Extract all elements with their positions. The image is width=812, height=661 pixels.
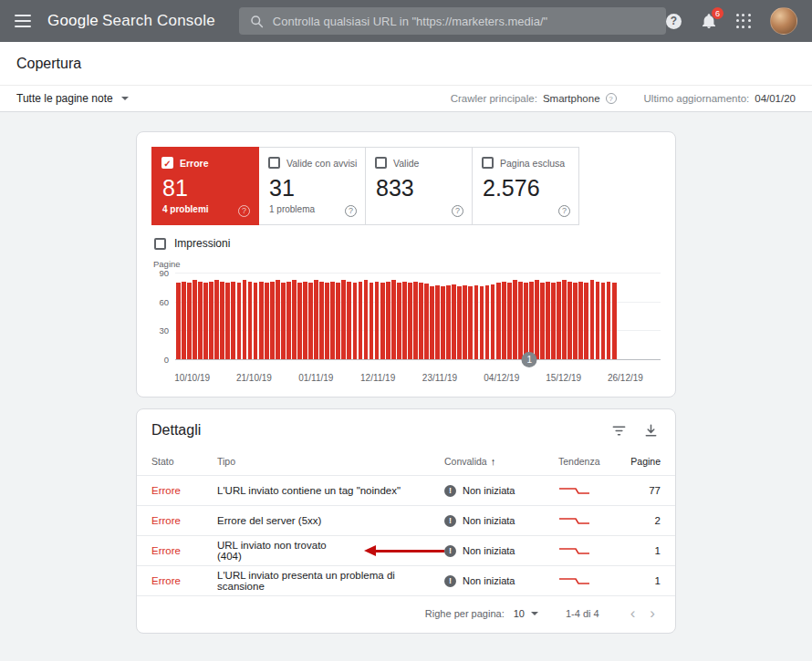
chart-bar[interactable] <box>319 282 324 360</box>
help-icon[interactable]: ? <box>238 205 250 217</box>
chart-bar[interactable] <box>203 283 208 359</box>
chart-bar[interactable] <box>529 282 534 360</box>
summary-tab[interactable]: Errore 81 4 problemi ? <box>151 147 259 225</box>
col-header-stato[interactable]: Stato <box>151 456 217 467</box>
chart-bar[interactable] <box>540 283 545 359</box>
chart-bar[interactable] <box>474 285 479 359</box>
chart-bar[interactable] <box>237 283 242 359</box>
chart-bar[interactable] <box>386 282 390 360</box>
chart-bar[interactable] <box>353 283 358 359</box>
chart-bar[interactable] <box>214 280 219 359</box>
chart-bar[interactable] <box>314 280 318 359</box>
avatar[interactable] <box>770 7 797 35</box>
chart-bar[interactable] <box>243 280 247 359</box>
chart-bar[interactable] <box>209 282 213 360</box>
chart-bar[interactable] <box>596 282 600 360</box>
excluded-checkbox[interactable] <box>482 157 494 169</box>
chart-bar[interactable] <box>507 283 512 359</box>
chart-bar[interactable] <box>607 282 611 360</box>
chart-bar[interactable] <box>286 282 291 360</box>
chart-bar[interactable] <box>370 283 374 359</box>
menu-icon[interactable] <box>15 15 31 27</box>
chart-bar[interactable] <box>402 282 407 360</box>
apps-grid-icon[interactable] <box>736 14 751 28</box>
chart-bar[interactable] <box>308 283 313 359</box>
col-header-pagine[interactable]: Pagine <box>613 456 661 467</box>
table-row[interactable]: Errore Errore del server (5xx) ! Non ini… <box>137 505 675 535</box>
chart-bar[interactable] <box>551 283 556 359</box>
chart-bar[interactable] <box>413 282 418 360</box>
chart-bar[interactable] <box>330 282 335 360</box>
chart-bar[interactable] <box>573 283 578 359</box>
pages-filter-dropdown[interactable]: Tutte le pagine note <box>16 92 129 105</box>
chart-bar[interactable] <box>496 283 501 359</box>
chart-bar[interactable] <box>182 282 186 360</box>
help-icon[interactable]: ? <box>452 205 463 217</box>
valid-checkbox[interactable] <box>375 157 387 169</box>
chart-bar[interactable] <box>485 285 490 359</box>
chart-bar[interactable] <box>430 286 434 359</box>
chart-bar[interactable] <box>601 283 606 359</box>
chart-bar[interactable] <box>424 284 429 359</box>
chart-bar[interactable] <box>176 283 181 359</box>
chart-bar[interactable] <box>220 282 224 360</box>
notifications-button[interactable]: 6 <box>701 13 717 29</box>
chart-bar[interactable] <box>276 280 280 359</box>
chart-bar[interactable] <box>325 283 329 359</box>
rows-per-page-select[interactable]: 10 <box>514 608 538 619</box>
chart-bar[interactable] <box>546 282 550 360</box>
chart-bar[interactable] <box>391 280 396 359</box>
next-page-icon[interactable]: › <box>642 605 662 621</box>
chart-bar[interactable] <box>441 286 445 359</box>
crawler-help-icon[interactable]: ? <box>606 93 617 104</box>
filter-icon[interactable] <box>611 423 627 439</box>
help-icon[interactable]: ? <box>666 14 682 29</box>
impressions-toggle[interactable]: Impressioni <box>154 237 661 250</box>
chart-bar[interactable] <box>297 283 302 359</box>
chart-bar[interactable] <box>270 282 275 360</box>
impressions-checkbox[interactable] <box>154 238 166 250</box>
chart-bar[interactable] <box>446 285 451 359</box>
chart-bar[interactable] <box>193 280 197 359</box>
chart-bar[interactable] <box>225 283 230 359</box>
chart-bar[interactable] <box>468 286 473 359</box>
chart-bar[interactable] <box>502 282 506 360</box>
search-input[interactable] <box>273 15 655 28</box>
chart-bar[interactable] <box>198 282 203 360</box>
chart-bar[interactable] <box>375 282 380 360</box>
chart-bar[interactable] <box>612 283 617 359</box>
summary-tab[interactable]: Valide con avvisi 31 1 problema ? <box>258 147 366 225</box>
col-header-convalida[interactable]: Convalida ↑ <box>444 456 558 467</box>
chart-bar[interactable] <box>535 280 539 359</box>
chart-bar[interactable] <box>292 280 297 359</box>
help-icon[interactable]: ? <box>345 205 357 217</box>
chart-bar[interactable] <box>254 283 258 359</box>
errors-checkbox[interactable] <box>161 157 173 169</box>
col-header-tipo[interactable]: Tipo <box>217 456 444 467</box>
chart-bar[interactable] <box>303 282 307 360</box>
chart-bar[interactable] <box>562 280 567 359</box>
chart-bar[interactable] <box>524 283 528 359</box>
chart-bar[interactable] <box>347 282 351 360</box>
chart-bar[interactable] <box>584 283 588 359</box>
chart-bar[interactable] <box>463 285 467 359</box>
chart-bar[interactable] <box>408 283 412 359</box>
chart-bar[interactable] <box>578 282 583 360</box>
chart-bar[interactable] <box>336 283 340 359</box>
chart-marker[interactable]: 1 <box>522 352 537 367</box>
chart-bar[interactable] <box>435 285 440 359</box>
chart-bar[interactable] <box>187 283 192 359</box>
chart-bar[interactable] <box>590 280 595 359</box>
help-icon[interactable]: ? <box>558 205 570 217</box>
chart-bar[interactable] <box>359 282 363 360</box>
chart-bar[interactable] <box>380 283 385 359</box>
table-row[interactable]: Errore L'URL inviato presenta un problem… <box>137 565 675 595</box>
chart-bar[interactable] <box>557 282 561 360</box>
chart-bar[interactable] <box>452 284 456 359</box>
col-header-tendenza[interactable]: Tendenza <box>558 456 613 467</box>
chart-bar[interactable] <box>567 282 572 360</box>
url-inspection-searchbox[interactable] <box>239 7 666 35</box>
chart-bar[interactable] <box>480 286 484 359</box>
previous-page-icon[interactable]: ‹ <box>623 605 643 621</box>
chart-bar[interactable] <box>248 282 253 360</box>
